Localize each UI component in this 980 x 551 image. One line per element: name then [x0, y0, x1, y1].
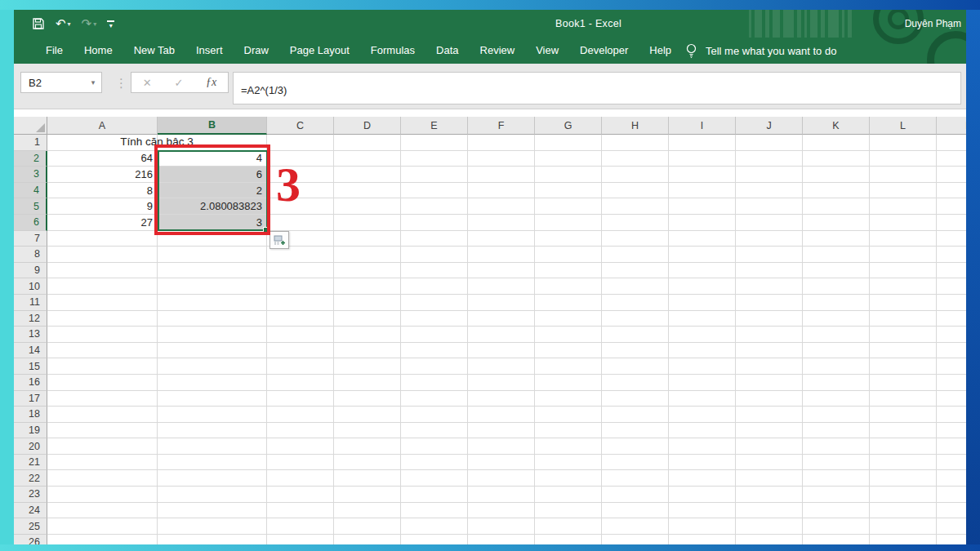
- undo-dropdown-icon[interactable]: ▾: [68, 20, 71, 28]
- row-header-18[interactable]: 18: [14, 407, 47, 423]
- cell-e17[interactable]: [401, 391, 468, 407]
- cell-m10[interactable]: [937, 278, 966, 295]
- cell-c12[interactable]: [267, 311, 334, 327]
- cell-k15[interactable]: [803, 358, 870, 375]
- column-header-d[interactable]: D: [334, 117, 401, 135]
- cell-m24[interactable]: [937, 503, 966, 519]
- cell-j14[interactable]: [736, 343, 803, 359]
- cell-h21[interactable]: [602, 455, 669, 471]
- cell-i14[interactable]: [669, 343, 736, 359]
- cell-h14[interactable]: [602, 343, 669, 359]
- ribbon-tab-insert[interactable]: Insert: [185, 38, 234, 64]
- cell-k12[interactable]: [803, 311, 870, 327]
- cell-k9[interactable]: [803, 263, 870, 279]
- cell-l19[interactable]: [870, 423, 937, 439]
- cell-d8[interactable]: [334, 247, 401, 263]
- cell-e10[interactable]: [401, 278, 468, 295]
- cell-m5[interactable]: [937, 198, 966, 215]
- cell-d19[interactable]: [334, 423, 401, 439]
- cell-h3[interactable]: [602, 167, 669, 183]
- cell-g13[interactable]: [535, 327, 602, 343]
- ribbon-tab-view[interactable]: View: [525, 38, 569, 64]
- cell-d14[interactable]: [334, 343, 401, 359]
- cell-b11[interactable]: [158, 295, 267, 311]
- cell-j11[interactable]: [736, 295, 803, 311]
- cell-k19[interactable]: [803, 423, 870, 439]
- cell-m3[interactable]: [937, 167, 966, 183]
- cell-g24[interactable]: [535, 503, 602, 519]
- cell-c17[interactable]: [267, 391, 334, 407]
- cell-d26[interactable]: [334, 535, 401, 544]
- row-header-23[interactable]: 23: [14, 487, 47, 503]
- ribbon-tab-page-layout[interactable]: Page Layout: [279, 38, 360, 64]
- cell-e16[interactable]: [401, 375, 468, 391]
- cell-d15[interactable]: [334, 358, 401, 375]
- cell-h18[interactable]: [602, 407, 669, 423]
- cell-i9[interactable]: [669, 263, 736, 279]
- cell-i22[interactable]: [669, 470, 736, 487]
- cell-k8[interactable]: [803, 247, 870, 263]
- cell-b17[interactable]: [158, 391, 267, 407]
- cell-b26[interactable]: [158, 535, 267, 544]
- cell-m25[interactable]: [937, 518, 966, 535]
- cell-m16[interactable]: [937, 375, 966, 391]
- cell-m20[interactable]: [937, 438, 966, 455]
- cell-b5[interactable]: 2.080083823: [158, 198, 267, 215]
- cell-k22[interactable]: [803, 470, 870, 487]
- cell-d25[interactable]: [334, 518, 401, 535]
- cell-d12[interactable]: [334, 311, 401, 327]
- cell-l16[interactable]: [870, 375, 937, 391]
- cell-l25[interactable]: [870, 518, 937, 535]
- cell-l18[interactable]: [870, 407, 937, 423]
- cell-k4[interactable]: [803, 183, 870, 199]
- cell-j12[interactable]: [736, 311, 803, 327]
- cell-d20[interactable]: [334, 438, 401, 455]
- cell-j25[interactable]: [736, 518, 803, 535]
- cell-b21[interactable]: [158, 455, 267, 471]
- cell-j8[interactable]: [736, 247, 803, 263]
- cell-e3[interactable]: [401, 167, 468, 183]
- cell-b9[interactable]: [158, 263, 267, 279]
- cell-a18[interactable]: [47, 407, 158, 423]
- cell-k25[interactable]: [803, 518, 870, 535]
- cell-g19[interactable]: [535, 423, 602, 439]
- cell-b4[interactable]: 2: [158, 183, 267, 199]
- cell-a25[interactable]: [47, 518, 158, 535]
- cell-c22[interactable]: [267, 470, 334, 487]
- cell-g4[interactable]: [535, 183, 602, 199]
- customize-quick-access-button[interactable]: ▾: [107, 20, 114, 28]
- cell-d6[interactable]: [334, 215, 401, 231]
- cell-c10[interactable]: [267, 278, 334, 295]
- ribbon-tab-draw[interactable]: Draw: [234, 38, 279, 64]
- cell-d5[interactable]: [334, 198, 401, 215]
- cell-m26[interactable]: [937, 535, 966, 544]
- row-header-7[interactable]: 7: [14, 231, 47, 247]
- cell-k21[interactable]: [803, 455, 870, 471]
- cell-d17[interactable]: [334, 391, 401, 407]
- cell-e18[interactable]: [401, 407, 468, 423]
- column-header-c[interactable]: C: [267, 117, 334, 135]
- cell-c25[interactable]: [267, 518, 334, 535]
- cell-j9[interactable]: [736, 263, 803, 279]
- name-box-dropdown-icon[interactable]: ▾: [85, 78, 101, 87]
- column-header-e[interactable]: E: [401, 117, 468, 135]
- cell-d11[interactable]: [334, 295, 401, 311]
- cell-c5[interactable]: [267, 198, 334, 215]
- cell-m15[interactable]: [937, 358, 966, 375]
- cell-a3[interactable]: 216: [47, 167, 158, 183]
- cell-b7[interactable]: [158, 231, 267, 247]
- cell-c19[interactable]: [267, 423, 334, 439]
- cell-c6[interactable]: [267, 215, 334, 231]
- cell-h20[interactable]: [602, 438, 669, 455]
- cell-l7[interactable]: [870, 231, 937, 247]
- cell-h8[interactable]: [602, 247, 669, 263]
- cell-b1[interactable]: [158, 135, 267, 151]
- cell-f22[interactable]: [468, 470, 535, 487]
- cell-e15[interactable]: [401, 358, 468, 375]
- row-header-21[interactable]: 21: [14, 455, 47, 471]
- cell-e5[interactable]: [401, 198, 468, 215]
- cell-b20[interactable]: [158, 438, 267, 455]
- cell-a11[interactable]: [47, 295, 158, 311]
- cell-k3[interactable]: [803, 167, 870, 183]
- cell-m13[interactable]: [937, 327, 966, 343]
